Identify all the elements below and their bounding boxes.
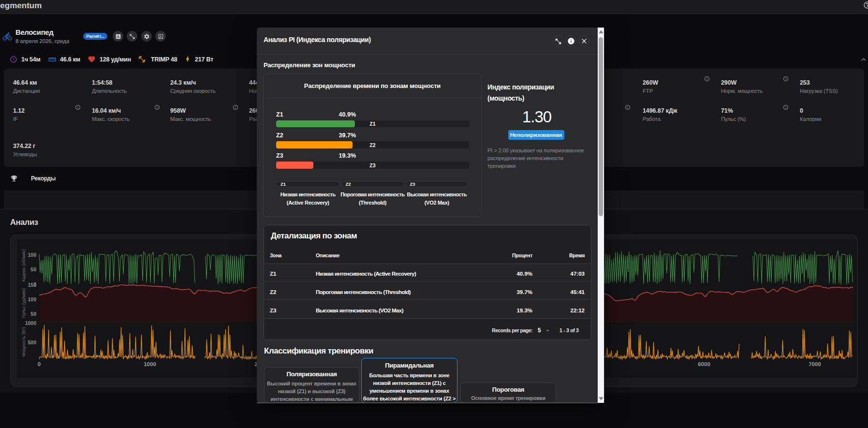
svg-text:500: 500	[28, 339, 36, 345]
svg-text:Мощность (Вт): Мощность (Вт)	[21, 327, 26, 357]
svg-text:1000: 1000	[25, 320, 37, 326]
svg-text:100: 100	[28, 252, 36, 258]
svg-text:Каденс (об/мин): Каденс (об/мин)	[21, 249, 26, 281]
svg-text:Пульс (уд/мин): Пульс (уд/мин)	[21, 288, 26, 318]
svg-text:0: 0	[38, 361, 41, 367]
svg-text:100: 100	[28, 296, 36, 302]
svg-text:6000: 6000	[698, 361, 710, 367]
svg-text:7000: 7000	[809, 361, 821, 367]
svg-text:50: 50	[30, 311, 36, 317]
svg-text:50: 50	[30, 266, 36, 272]
svg-text:1000: 1000	[144, 361, 156, 367]
svg-text:150: 150	[28, 282, 36, 288]
